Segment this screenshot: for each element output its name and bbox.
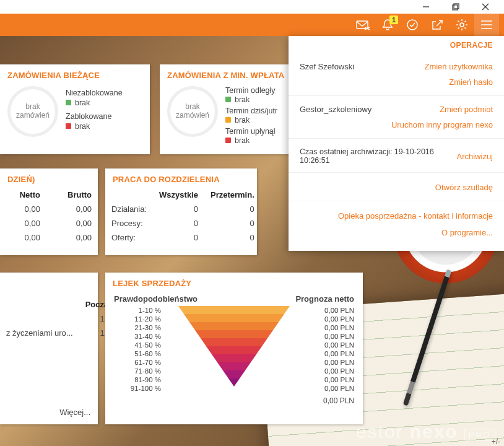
- card-schedule: Początek 12:00 z życzeniami uro...12:20 …: [0, 273, 98, 424]
- funnel-value: 0,00 PLN: [298, 332, 354, 341]
- funnel-value: 0,00 PLN: [298, 375, 354, 384]
- notifications-icon[interactable]: 1: [375, 14, 400, 36]
- card-title: ZAMÓWIENIA BIEŻĄCE: [0, 64, 150, 84]
- cell: 0,00: [0, 202, 46, 216]
- funnel-category: 1-10 %: [114, 306, 161, 315]
- export-icon[interactable]: [425, 14, 450, 36]
- brand-watermark: estor nexo PRO: [356, 421, 495, 442]
- status-dot-icon: [66, 100, 71, 105]
- ring-text: brak: [185, 103, 199, 112]
- funnel-value: 0,00 PLN: [298, 315, 354, 323]
- notification-badge: 1: [389, 15, 398, 24]
- svg-point-6: [407, 20, 417, 30]
- cell: 0,00: [46, 230, 98, 245]
- cell: 0: [153, 202, 204, 216]
- card-title: DZIEŃ): [0, 168, 98, 188]
- more-link[interactable]: Więcej...: [59, 408, 90, 417]
- gear-icon[interactable]: [450, 14, 474, 36]
- funnel-value: 0,00 PLN: [298, 341, 354, 349]
- operations-menu: OPERACJE Szef Szefowski Zmień użytkownik…: [289, 36, 504, 251]
- window-close-button[interactable]: [479, 1, 492, 13]
- col-header: Prognoza netto: [295, 294, 354, 304]
- window-maximize-button[interactable]: [450, 1, 462, 13]
- top-toolbar: 1: [0, 14, 504, 36]
- card-day-totals: DZIEŃ) NettoBrutto 0,000,00 0,000,00 0,0…: [0, 168, 98, 255]
- cell: 0,00: [0, 230, 46, 245]
- card-title: LEJEK SPRZEDAŻY: [105, 273, 363, 292]
- funnel-value: 0,00 PLN: [298, 323, 354, 332]
- funnel-chart: [178, 306, 290, 384]
- status-value: brak: [75, 98, 90, 107]
- window-minimize-button[interactable]: [420, 1, 432, 13]
- card-sales-funnel: LEJEK SPRZEDAŻY Prawdopodobieństwo Progn…: [105, 273, 363, 424]
- hamburger-menu-icon[interactable]: [474, 14, 499, 36]
- cell: 0,00: [46, 216, 98, 230]
- funnel-category: 81-90 %: [114, 375, 161, 384]
- last-archive-label: Czas ostatniej archiwizacji: 19-10-2016 …: [300, 147, 456, 165]
- svg-rect-1: [453, 5, 458, 10]
- open-drawer-link[interactable]: Otwórz szufladę: [300, 179, 493, 196]
- status-dot-icon: [225, 138, 231, 143]
- mail-icon[interactable]: [350, 14, 375, 36]
- ring-text: brak: [25, 103, 40, 112]
- card-work-to-distribute: PRACA DO ROZDZIELENIA WszystkiePrzetermi…: [105, 168, 257, 255]
- funnel-value: 0,00 PLN: [298, 367, 354, 375]
- card-current-orders: ZAMÓWIENIA BIEŻĄCE brak zamówień Niezabl…: [0, 64, 150, 154]
- card-title: PRACA DO ROZDZIELENIA: [105, 168, 257, 188]
- funnel-value: 0,00 PLN: [298, 384, 354, 393]
- ring-text: zamówień: [16, 112, 50, 120]
- row-label: Oferty:: [105, 230, 153, 245]
- aftersales-link[interactable]: Opieka posprzedażna - kontakt i informac…: [300, 208, 493, 224]
- plus-minus-indicator: +/-: [492, 437, 500, 446]
- brand-text: estor: [356, 421, 404, 442]
- archive-link[interactable]: Archiwizuj: [456, 152, 493, 161]
- status-dot-icon: [225, 97, 231, 102]
- status-dot-icon: [66, 123, 71, 129]
- orders-ring: brak zamówień: [7, 86, 58, 137]
- change-password-link[interactable]: Zmień hasło: [300, 74, 493, 90]
- row-label: Działania:: [105, 202, 153, 216]
- window-titlebar: [0, 0, 504, 14]
- ring-text: zamówień: [176, 112, 209, 120]
- check-circle-icon[interactable]: [400, 14, 425, 36]
- brand-text: nexo: [410, 421, 458, 442]
- svg-rect-5: [357, 21, 368, 28]
- cell: 0: [204, 202, 261, 216]
- funnel-category: 51-60 %: [114, 349, 161, 358]
- col-header: Prawdopodobieństwo: [114, 294, 198, 304]
- row-label: Procesy:: [105, 216, 153, 230]
- status-value: brak: [235, 116, 250, 125]
- funnel-value: 0,00 PLN: [298, 306, 354, 315]
- col-header: Przetermin.: [204, 188, 261, 202]
- funnel-category: 91-100 %: [114, 384, 161, 393]
- cell: 0: [153, 216, 204, 230]
- cell: 0: [204, 230, 261, 245]
- row-label: z życzeniami uro...: [0, 326, 79, 340]
- status-label: Zablokowane: [66, 112, 142, 121]
- funnel-category: 41-50 %: [114, 341, 161, 349]
- brand-text: PRO: [464, 429, 495, 441]
- cell: 0: [204, 216, 261, 230]
- change-subject-link[interactable]: Zmień podmiot: [440, 105, 493, 114]
- run-other-nexo-link[interactable]: Uruchom inny program nexo: [300, 116, 493, 133]
- funnel-category: 11-20 %: [114, 315, 161, 323]
- funnel-total: 0,00 PLN: [105, 393, 363, 409]
- status-dot-icon: [225, 117, 231, 123]
- status-value: brak: [235, 95, 250, 104]
- col-header: Brutto: [46, 188, 98, 202]
- cell: 0: [153, 230, 204, 245]
- funnel-category: 71-80 %: [114, 367, 161, 375]
- status-label: Niezablokowane: [66, 89, 142, 97]
- svg-point-7: [460, 23, 464, 27]
- menu-subject-name: Gestor_szkoleniowy: [300, 105, 371, 114]
- col-header: Netto: [0, 188, 46, 202]
- funnel-value: 0,00 PLN: [298, 349, 354, 358]
- orders-ring: brak zamówień: [167, 86, 218, 137]
- change-user-link[interactable]: Zmień użytkownika: [424, 62, 493, 71]
- menu-user-name: Szef Szefowski: [300, 62, 354, 71]
- cell: 0,00: [46, 202, 98, 216]
- funnel-category: 21-30 %: [114, 323, 161, 332]
- funnel-category: 31-40 %: [114, 332, 161, 341]
- about-link[interactable]: O programie...: [300, 224, 493, 241]
- svg-rect-2: [454, 4, 459, 9]
